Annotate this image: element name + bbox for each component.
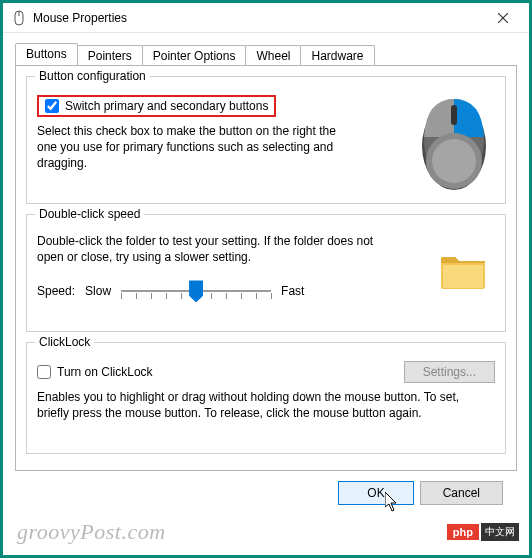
group-double-click: Double-click speed Double-click the fold… — [26, 214, 506, 332]
folder-test-icon[interactable] — [439, 249, 487, 291]
ok-label: OK — [367, 486, 384, 500]
php-badge-label: php — [447, 524, 479, 540]
tab-pointers[interactable]: Pointers — [77, 45, 143, 66]
close-button[interactable] — [481, 4, 525, 32]
slow-label: Slow — [85, 284, 111, 298]
double-click-desc: Double-click the folder to test your set… — [37, 233, 377, 265]
tab-hardware[interactable]: Hardware — [300, 45, 374, 66]
clicklock-settings-button: Settings... — [404, 361, 495, 383]
php-badge: php 中文网 — [447, 523, 519, 541]
watermark-text: groovyPost.com — [17, 519, 166, 545]
tab-pointer-options[interactable]: Pointer Options — [142, 45, 247, 66]
window-title: Mouse Properties — [33, 11, 481, 25]
speed-label: Speed: — [37, 284, 75, 298]
dialog-buttons: OK Cancel — [15, 471, 517, 505]
group-legend-button-config: Button configuration — [35, 69, 150, 83]
group-clicklock: ClickLock Turn on ClickLock Settings... … — [26, 342, 506, 454]
switch-buttons-label: Switch primary and secondary buttons — [65, 99, 268, 113]
speed-slider[interactable] — [121, 281, 271, 301]
group-legend-clicklock: ClickLock — [35, 335, 94, 349]
svg-point-7 — [432, 139, 476, 183]
tab-buttons[interactable]: Buttons — [15, 43, 78, 65]
fast-label: Fast — [281, 284, 304, 298]
clicklock-checkbox-row: Turn on ClickLock — [37, 365, 153, 379]
highlighted-checkbox-row: Switch primary and secondary buttons — [37, 95, 276, 117]
close-icon — [498, 13, 508, 23]
group-button-config: Button configuration Switch primary and … — [26, 76, 506, 204]
button-config-desc: Select this check box to make the button… — [37, 123, 347, 172]
group-legend-double-click: Double-click speed — [35, 207, 144, 221]
slider-thumb[interactable] — [189, 280, 203, 302]
mouse-illustration — [415, 91, 493, 191]
titlebar: Mouse Properties — [3, 3, 529, 33]
svg-rect-8 — [451, 105, 457, 125]
php-badge-cn: 中文网 — [481, 523, 519, 541]
ok-button[interactable]: OK — [338, 481, 413, 505]
tab-body: Button configuration Switch primary and … — [15, 65, 517, 471]
cursor-icon — [385, 492, 399, 512]
speed-slider-row: Speed: Slow — [37, 281, 495, 301]
tab-wheel[interactable]: Wheel — [245, 45, 301, 66]
switch-buttons-checkbox[interactable] — [45, 99, 59, 113]
cancel-button[interactable]: Cancel — [420, 481, 503, 505]
clicklock-desc: Enables you to highlight or drag without… — [37, 389, 477, 421]
mouse-app-icon — [11, 10, 27, 26]
clicklock-checkbox[interactable] — [37, 365, 51, 379]
tabstrip: Buttons Pointers Pointer Options Wheel H… — [15, 41, 517, 65]
clicklock-label: Turn on ClickLock — [57, 365, 153, 379]
